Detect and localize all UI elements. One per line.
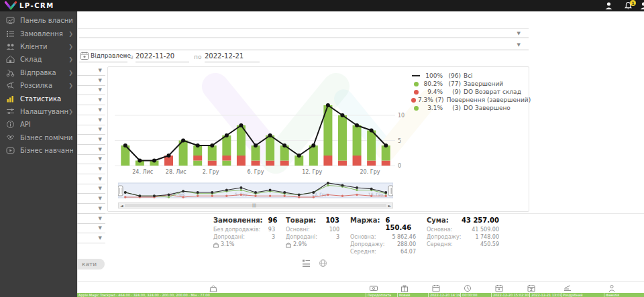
sidebar-item-label: Клієнти <box>20 43 68 50</box>
chart-lines-icon[interactable] <box>564 284 572 292</box>
gift-icon[interactable] <box>400 284 409 292</box>
summary-sub-row: Допродані:3 <box>286 233 339 241</box>
legend-row[interactable]: 3.1%(3)DO Завершено <box>411 104 527 112</box>
navigator-handle[interactable] <box>388 186 393 196</box>
table-cell[interactable]: 2022-12-20 15:02:30 <box>491 293 529 297</box>
table-cell[interactable]: 2022-12-21 13:07:05 <box>529 293 561 297</box>
summary-sub-label: Без допродажів: <box>213 226 260 233</box>
person-icon[interactable] <box>608 284 616 292</box>
table-cell[interactable]: Передоплата <box>366 293 397 297</box>
chart-range-navigator[interactable]: 28. Лис5. Гру13. Гру19. Гру <box>118 181 393 202</box>
legend-row[interactable]: 80.2%(77)Завершений <box>411 80 527 88</box>
sidebar-item-налаштування[interactable]: Налаштування❯ <box>0 105 77 118</box>
chevron-down-icon: ▼ <box>99 157 102 162</box>
upsell-percent: 3.1% <box>221 241 234 249</box>
filter-select-1[interactable]: ▼ <box>79 29 529 38</box>
sidebar-item-статистика[interactable]: Статистика <box>0 92 77 105</box>
sidebar-item-клієнти[interactable]: Клієнти❯ <box>0 40 77 53</box>
summary-value: 43 257.00 <box>462 217 499 224</box>
bar-segment-green <box>353 125 362 156</box>
table-header-icon-wrap <box>527 284 535 292</box>
sidebar-item-замовлення[interactable]: Замовлення❯ <box>0 27 77 40</box>
date-type-select[interactable]: Відправлене ▼ <box>79 51 127 62</box>
sidebar-item-відправка[interactable]: Відправка❯ <box>0 66 77 79</box>
bag-icon[interactable] <box>209 284 217 292</box>
legend-row[interactable]: 100%(96)Всі <box>411 72 527 80</box>
banknote-icon[interactable] <box>370 284 378 292</box>
stats-icon <box>6 95 15 103</box>
summary-sub-row: Допродажу:1 748.00 <box>427 233 499 241</box>
table-cell[interactable]: Новий <box>397 293 428 297</box>
summary-title: Сума: <box>427 217 449 224</box>
user-secondary-icon[interactable] <box>639 1 644 10</box>
summary-title-row: Маржа:6 150.46 <box>350 217 416 231</box>
sidebar-item-склад[interactable]: Склад❯ <box>0 53 77 66</box>
summary-sub-value: 5 862.46 <box>392 233 416 241</box>
summary-sub-row: Без допродажів:93 <box>213 226 275 233</box>
legend-dot-swatch <box>411 106 421 111</box>
table-cell[interactable]: Роздрібний <box>561 293 604 297</box>
chevron-down-icon: ▼ <box>99 88 102 93</box>
summary-sub-value: 64.07 <box>400 248 416 255</box>
scroll-left-arrow-icon[interactable]: ◄ <box>120 203 123 209</box>
date-from-input[interactable]: 2022-11-20 <box>136 51 189 62</box>
legend-row[interactable]: 9.4%(9)DO Возврат склад <box>411 88 527 96</box>
summary-value: 103 <box>325 217 339 224</box>
bar-segment-red <box>353 156 362 166</box>
legend-count: (7) <box>435 97 444 103</box>
summary-sub-row: Основні:100 <box>286 226 339 233</box>
sliders-icon <box>6 107 15 116</box>
legend-label: DO Возврат склад <box>464 88 521 95</box>
sidebar-item-бізнес-навчання[interactable]: Бізнес навчання <box>0 144 77 157</box>
summary-title-row: Сума:43 257.00 <box>427 217 499 224</box>
clock-icon[interactable] <box>464 284 472 292</box>
legend-count: (3) <box>445 105 461 111</box>
table-header-icon-wrap <box>608 284 616 292</box>
table-cell-product[interactable]: Apple Magic Trackpad · 464.00 · 324.00, … <box>77 293 366 297</box>
legend-dot-swatch <box>411 98 416 103</box>
summary-value: 6 150.46 <box>386 217 416 231</box>
sidebar-item-бізнес-помічники[interactable]: Бізнес помічники <box>0 131 77 144</box>
scroll-right-arrow-icon[interactable]: ► <box>388 203 391 209</box>
summary-sub-value: 3 <box>336 233 339 241</box>
table-header-icon-wrap <box>432 284 440 292</box>
summary-sub-value: 93 <box>268 226 275 233</box>
section-divider <box>77 213 644 214</box>
x-axis-tick: 12. Гру <box>302 169 322 175</box>
chevron-down-icon: ▼ <box>99 127 102 132</box>
legend-dot-swatch <box>411 90 421 95</box>
legend-row[interactable]: 7.3%(7)Повернення (завершений) <box>411 96 527 104</box>
summary-title-row: Товари:103 <box>286 217 339 224</box>
app-root: LP-CRM 1 Панель власникаЗамовлення❯Клієн… <box>0 0 644 297</box>
legend-count: (9) <box>445 88 461 95</box>
chevron-right-icon: ❯ <box>68 44 73 50</box>
summary-sub-row: Допродажу:288.00 <box>350 241 416 248</box>
calendar-date-icon[interactable] <box>495 284 503 292</box>
navigator-handle[interactable] <box>118 186 123 196</box>
date-to-input[interactable]: 2022-12-21 <box>205 51 260 62</box>
summary-column: Замовлення:96Без допродажів:93Допродані:… <box>213 217 275 255</box>
filter-select-2[interactable]: ▼ <box>79 39 529 50</box>
sidebar-item-панель-власника[interactable]: Панель власника <box>0 14 77 27</box>
table-cell[interactable]: 2022-12-20 14:19:06 <box>428 293 460 297</box>
legend-label: Повернення (завершений) <box>447 97 531 103</box>
globe-icon[interactable] <box>319 259 327 268</box>
megaphone-icon <box>6 81 15 90</box>
table-header-icon-wrap <box>495 284 503 292</box>
sidebar-item-label: Замовлення <box>20 30 68 38</box>
sidebar-item-api[interactable]: API <box>0 118 77 131</box>
table-cell[interactable]: Фамілія <box>604 293 644 297</box>
table-cell[interactable]: 00:00:00 <box>460 293 491 297</box>
summary-sub-label: Основна: <box>427 226 452 233</box>
list-icon[interactable] <box>302 259 311 268</box>
legend-dot-swatch <box>411 82 421 86</box>
table-row[interactable]: Apple Magic Trackpad · 464.00 · 324.00, … <box>77 293 644 297</box>
bar-segment-green <box>338 115 347 161</box>
sidebar-item-label: Панель власника <box>20 17 73 24</box>
user-icon[interactable] <box>604 1 613 10</box>
chart-legend: 100%(96)Всі80.2%(77)Завершений9.4%(9)DO … <box>411 72 527 112</box>
navigator-scrollbar[interactable]: ◄ ► ||| <box>118 202 393 209</box>
sidebar-item-розсилка[interactable]: Розсилка❯ <box>0 79 77 92</box>
calendar-icon[interactable] <box>432 284 440 292</box>
calendar-alt-icon[interactable] <box>527 284 535 292</box>
